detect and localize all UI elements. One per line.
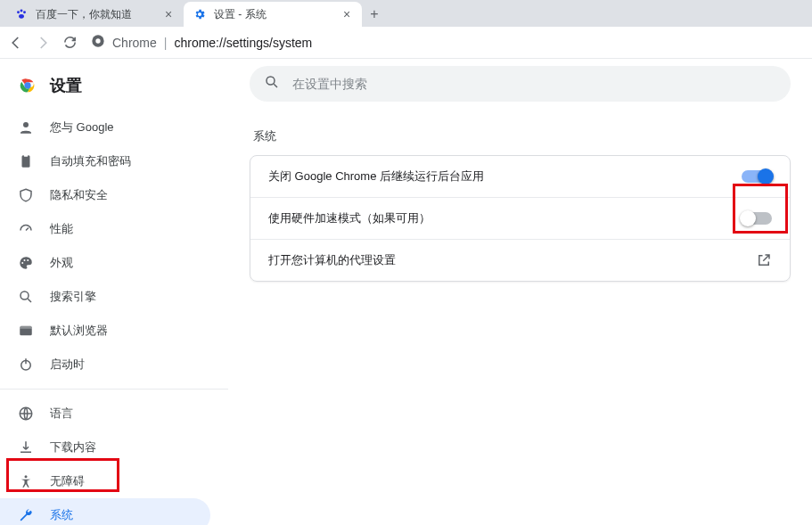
- browser-toolbar: Chrome | chrome://settings/system: [0, 27, 812, 59]
- row-label: 使用硬件加速模式（如果可用）: [268, 210, 431, 226]
- person-icon: [18, 119, 34, 135]
- svg-point-9: [23, 122, 29, 127]
- url-path: chrome://settings/system: [174, 36, 312, 50]
- browser-icon: [18, 323, 34, 339]
- separator: |: [164, 36, 168, 50]
- close-icon[interactable]: ×: [340, 8, 353, 21]
- sidebar-label: 您与 Google: [50, 119, 114, 135]
- globe-icon: [18, 406, 34, 422]
- sidebar-item-you-and-google[interactable]: 您与 Google: [0, 111, 210, 144]
- sidebar-label: 性能: [50, 221, 73, 237]
- system-settings-card: 关闭 Google Chrome 后继续运行后台应用 使用硬件加速模式（如果可用…: [250, 155, 791, 282]
- omnibox[interactable]: Chrome | chrome://settings/system: [87, 34, 312, 51]
- sidebar-item-performance[interactable]: 性能: [0, 212, 210, 246]
- sidebar-item-appearance[interactable]: 外观: [0, 246, 210, 280]
- baidu-paw-icon: [14, 7, 29, 21]
- tab-title: 百度一下，你就知道: [36, 7, 155, 22]
- divider: [0, 389, 228, 390]
- row-label: 关闭 Google Chrome 后继续运行后台应用: [268, 168, 484, 185]
- sidebar-item-system[interactable]: 系统: [0, 498, 210, 525]
- close-icon[interactable]: ×: [162, 8, 175, 21]
- svg-point-15: [21, 291, 29, 299]
- svg-point-3: [19, 14, 24, 19]
- tab-title: 设置 - 系统: [214, 7, 333, 22]
- sidebar-label: 搜索引擎: [50, 289, 96, 305]
- back-button[interactable]: [7, 34, 25, 52]
- sidebar-label: 语言: [50, 406, 73, 422]
- settings-sidebar: 设置 您与 Google 自动填充和密码 隐私和安全 性能 外观 搜索引擎: [0, 59, 228, 525]
- svg-point-8: [26, 84, 30, 88]
- url-origin: Chrome: [112, 36, 157, 50]
- sidebar-label: 外观: [50, 255, 73, 271]
- sidebar-item-downloads[interactable]: 下载内容: [0, 431, 210, 464]
- gear-icon: [193, 7, 207, 21]
- sidebar-label: 启动时: [50, 357, 85, 373]
- svg-point-0: [17, 11, 20, 13]
- settings-content: 系统 关闭 Google Chrome 后继续运行后台应用 使用硬件加速模式（如…: [228, 59, 812, 525]
- external-link-icon: [756, 252, 772, 268]
- tab-strip: 百度一下，你就知道 × 设置 - 系统 × +: [0, 0, 812, 27]
- section-title: 系统: [253, 128, 791, 144]
- svg-point-21: [267, 77, 275, 85]
- sidebar-item-on-startup[interactable]: 启动时: [0, 348, 210, 381]
- svg-rect-10: [22, 155, 30, 168]
- chrome-icon: [91, 34, 105, 51]
- tab-baidu[interactable]: 百度一下，你就知道 ×: [5, 2, 184, 27]
- clipboard-icon: [18, 153, 34, 169]
- row-label: 打开您计算机的代理设置: [268, 252, 396, 268]
- sidebar-item-privacy[interactable]: 隐私和安全: [0, 178, 210, 212]
- sidebar-label: 自动填充和密码: [50, 153, 131, 169]
- sidebar-item-languages[interactable]: 语言: [0, 397, 210, 431]
- settings-search: [250, 66, 791, 102]
- tab-settings[interactable]: 设置 - 系统 ×: [184, 2, 362, 27]
- search-icon: [18, 289, 34, 305]
- power-icon: [18, 357, 34, 373]
- sidebar-item-autofill[interactable]: 自动填充和密码: [0, 144, 210, 178]
- toggle-hardware-acceleration[interactable]: [742, 212, 772, 225]
- wrench-icon: [18, 507, 34, 523]
- page-title: 设置: [50, 75, 82, 96]
- sidebar-label: 系统: [50, 507, 73, 523]
- svg-point-5: [95, 38, 100, 43]
- row-background-apps[interactable]: 关闭 Google Chrome 后继续运行后台应用: [250, 156, 790, 197]
- sidebar-label: 默认浏览器: [50, 323, 108, 339]
- sidebar-item-default-browser[interactable]: 默认浏览器: [0, 314, 210, 348]
- chrome-logo-icon: [18, 76, 37, 95]
- svg-point-1: [21, 9, 23, 12]
- accessibility-icon: [18, 473, 34, 489]
- svg-rect-17: [20, 326, 32, 329]
- svg-rect-11: [24, 154, 29, 157]
- row-proxy-settings[interactable]: 打开您计算机的代理设置: [250, 239, 790, 281]
- sidebar-label: 下载内容: [50, 439, 96, 455]
- search-icon: [264, 74, 280, 94]
- speedometer-icon: [18, 221, 34, 237]
- sidebar-item-search-engine[interactable]: 搜索引擎: [0, 280, 210, 314]
- search-input[interactable]: [250, 66, 791, 102]
- svg-point-14: [27, 259, 29, 261]
- settings-header: 设置: [0, 71, 228, 111]
- svg-point-12: [21, 262, 23, 264]
- sidebar-item-accessibility[interactable]: 无障碍: [0, 464, 210, 498]
- shield-icon: [18, 187, 34, 203]
- toggle-background-apps[interactable]: [742, 170, 772, 183]
- sidebar-label: 无障碍: [50, 473, 85, 489]
- svg-point-13: [24, 259, 26, 261]
- download-icon: [18, 439, 34, 455]
- new-tab-button[interactable]: +: [362, 2, 387, 27]
- palette-icon: [18, 255, 34, 271]
- forward-button[interactable]: [34, 34, 52, 52]
- sidebar-label: 隐私和安全: [50, 187, 108, 203]
- row-hardware-acceleration[interactable]: 使用硬件加速模式（如果可用）: [250, 197, 790, 239]
- reload-button[interactable]: [61, 34, 78, 52]
- svg-point-2: [23, 11, 26, 13]
- svg-point-20: [25, 475, 28, 478]
